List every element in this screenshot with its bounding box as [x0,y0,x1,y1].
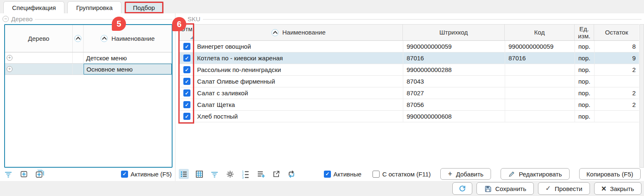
checkbox-checked[interactable] [121,171,128,178]
table-row[interactable]: Рассольник по-ленинградски 9900000000288… [179,64,639,76]
close-icon: × [602,184,607,193]
svg-text:3: 3 [242,176,244,179]
sort-ascending-icon[interactable] [271,29,279,36]
cell-stock: 2 [594,64,639,75]
row-checkbox[interactable] [183,89,190,97]
tree-panel: − Дерево Дерево Наименование + Де [0,13,175,181]
row-checkbox[interactable] [183,55,190,62]
filter-icon[interactable] [210,169,220,179]
save-button[interactable]: Сохранить [476,182,534,195]
name-column-header[interactable]: Наименование [195,25,403,40]
vertical-scrollbar[interactable] [639,24,644,168]
tab-podbor[interactable]: Подбор [124,1,164,13]
grid-view-icon[interactable] [194,169,204,179]
tab-grouping[interactable]: Группировка [67,1,121,13]
refresh-icon [459,185,466,192]
close-button[interactable]: × Закрыть [594,182,642,195]
cell-barcode: 9900000000608 [403,111,505,122]
active-checkbox-label: Активные (F5) [131,171,172,178]
cell-stock [594,111,639,122]
edit-button-label: Редактировать [519,171,562,178]
filter-icon[interactable] [3,169,13,179]
copy-button[interactable]: Копировать (F5) [579,168,641,180]
gap-cell [73,52,84,63]
refresh-button[interactable] [452,182,472,195]
cell-stock [594,76,639,87]
post-button-label: Провести [555,185,582,192]
checkbox-checked[interactable] [324,171,331,178]
list-add-icon[interactable] [256,169,266,179]
code-column-header[interactable]: Код [505,25,575,40]
table-row[interactable]: Салат с заливкой 87027 пор. 2 [179,87,639,99]
sort-ascending-icon[interactable] [101,35,108,42]
table-row[interactable]: Винегрет овощной 9900000000059 990000000… [179,41,639,52]
list-view-icon[interactable] [179,169,189,179]
numbered-list-icon[interactable]: 1 2 3 [240,169,250,179]
cell-unit: пор. [575,111,594,122]
barcode-column-header[interactable]: Штрихкод [403,25,505,40]
expand-icon[interactable]: + [7,55,12,61]
collapse-icon[interactable]: − [2,16,9,22]
cell-barcode: 9900000000288 [403,64,505,75]
post-button[interactable]: ✓ Провести [538,182,590,195]
cell-stock: 2 [594,87,639,99]
row-checkbox[interactable] [183,101,190,108]
svg-text:1: 1 [242,170,244,173]
cell-unit: пор. [575,52,594,64]
settings-gear-icon[interactable] [225,169,235,179]
edit-button[interactable]: Редактировать [501,168,570,180]
row-checkbox[interactable] [183,66,190,73]
stock-checkbox-label: С остатком (F11) [382,171,431,178]
close-button-label: Закрыть [610,185,634,192]
cell-unit: пор. [575,41,594,52]
add-button[interactable]: + Добавить [440,168,491,180]
row-checkbox[interactable] [183,43,190,50]
sku-panel: SKU Отм. Наименование Штрихкод Код Ед. и… [175,13,644,181]
tree-column-header[interactable]: Дерево [5,25,73,52]
tree-row[interactable]: + Детское меню [5,52,172,64]
tree-row[interactable]: + Основное меню [5,64,172,75]
cell-name: Салат Оливье фирменный [195,76,403,87]
name-column-label: Наименование [282,29,326,36]
repeat-icon[interactable] [286,169,296,179]
cell-code [505,64,575,75]
table-row[interactable]: Хлеб постный 9900000000608 пор. [179,111,639,122]
tab-specification[interactable]: Спецификация [3,1,64,13]
active-filter-group: Активные (F5) [121,171,172,178]
stock-column-header[interactable]: Остаток [594,25,639,40]
group-rule [35,19,173,20]
cell-code [505,76,575,87]
svg-text:2: 2 [242,173,244,176]
unit-column-header[interactable]: Ед. изм. [575,25,594,40]
table-row[interactable]: Котлета по - киевски жареная 87016 87016… [179,52,639,64]
tree-sort-column[interactable] [73,25,84,52]
cell-stock: 8 [594,41,639,52]
add-node-icon[interactable] [19,169,29,179]
check-icon: ✓ [545,185,551,192]
tree-cell: + [5,64,73,74]
cell-unit: пор. [575,87,594,99]
sort-direction-triangle [190,36,193,39]
cell-barcode: 9900000000059 [403,41,505,52]
name-column-header[interactable]: Наименование [84,25,172,52]
tree-toolbar: Активные (F5) [3,168,172,180]
sort-ascending-icon[interactable] [74,35,81,42]
row-checkbox[interactable] [183,78,190,85]
tree-row-name: Основное меню [84,64,172,74]
table-row[interactable]: Салат Щетка 87056 пор. 2 [179,99,639,111]
with-stock-filter-group: С остатком (F11) [373,171,431,178]
cell-name: Рассольник по-ленинградски [195,64,403,75]
cell-code [505,111,575,122]
sku-group-label: SKU [188,15,200,22]
cell-name: Котлета по - киевски жареная [195,52,403,64]
open-external-icon[interactable] [271,169,281,179]
group-rule [203,19,642,20]
cell-name: Винегрет овощной [195,41,403,52]
add-nodes-icon[interactable] [35,169,45,179]
cell-stock: 2 [594,99,639,110]
expand-icon[interactable]: + [7,66,12,72]
checkbox-unchecked[interactable] [373,171,380,178]
tree-group-header: − Дерево [2,15,173,23]
row-checkbox[interactable] [183,113,190,120]
table-row[interactable]: Салат Оливье фирменный 87043 пор. [179,76,639,87]
